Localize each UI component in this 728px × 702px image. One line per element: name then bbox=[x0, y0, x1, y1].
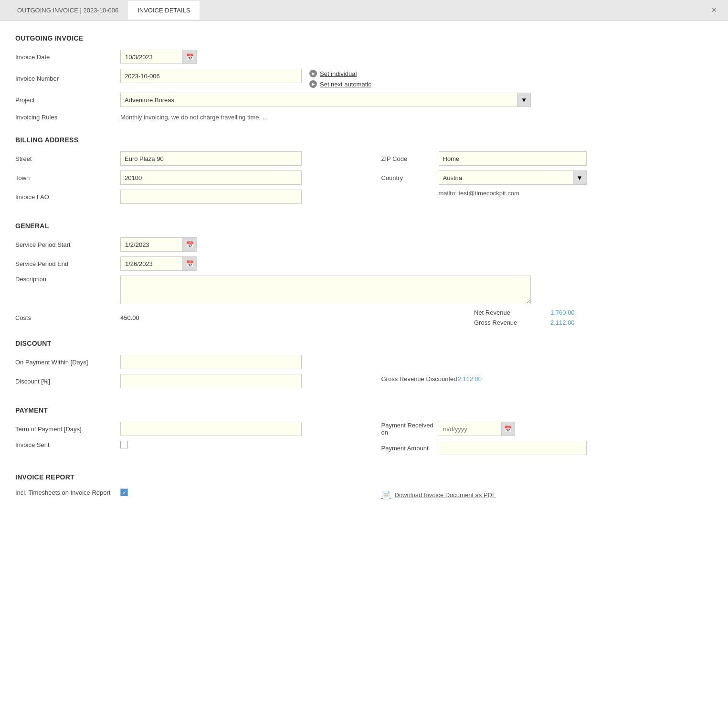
invoice-report-right: 📄 Download Invoice Document as PDF bbox=[381, 489, 713, 501]
term-input[interactable] bbox=[120, 422, 302, 436]
discount-pct-row: Discount [%] bbox=[15, 374, 347, 388]
service-end-input-wrapper[interactable]: 📅 bbox=[120, 256, 197, 271]
invoice-fao-label: Invoice FAO bbox=[15, 193, 120, 201]
service-start-input-wrapper[interactable]: 📅 bbox=[120, 237, 197, 252]
gross-revenue-label: Gross Revenue bbox=[474, 319, 550, 326]
payment-within-row: On Payment Within [Days] bbox=[15, 355, 347, 369]
tab-details[interactable]: INVOICE DETAILS bbox=[128, 1, 200, 20]
discount-fields: On Payment Within [Days] Discount [%] Gr… bbox=[15, 355, 713, 393]
town-row: Town bbox=[15, 170, 347, 185]
service-end-calendar-btn[interactable]: 📅 bbox=[183, 257, 196, 270]
invoice-number-input[interactable] bbox=[120, 69, 302, 83]
project-label: Project bbox=[15, 96, 120, 104]
invoice-fao-input[interactable] bbox=[120, 190, 302, 204]
set-individual-icon[interactable]: ▶ bbox=[309, 70, 317, 77]
invoice-sent-label: Invoice Sent bbox=[15, 441, 120, 448]
billing-left-col: Street Town Invoice FAO bbox=[15, 151, 347, 209]
invoice-date-input[interactable] bbox=[121, 50, 183, 64]
payment-title: PAYMENT bbox=[15, 406, 713, 414]
set-individual-link[interactable]: Set individual bbox=[320, 70, 357, 77]
invoice-sent-checkbox[interactable] bbox=[120, 441, 128, 448]
title-bar: OUTGOING INVOICE | 2023-10-006 INVOICE D… bbox=[0, 0, 728, 21]
invoice-report-left: Incl. Timesheets on Invoice Report bbox=[15, 489, 347, 501]
payment-left-col: Term of Payment [Days] Invoice Sent bbox=[15, 422, 347, 460]
description-row: Description bbox=[15, 276, 713, 304]
costs-label: Costs bbox=[15, 314, 120, 321]
timesheets-row: Incl. Timesheets on Invoice Report bbox=[15, 489, 347, 496]
description-label: Description bbox=[15, 276, 120, 283]
payment-fields: Term of Payment [Days] Invoice Sent Paym… bbox=[15, 422, 713, 460]
set-individual-item: ▶ Set individual bbox=[309, 70, 371, 77]
country-dropdown-arrow[interactable]: ▼ bbox=[573, 171, 586, 184]
costs-row: Costs 450.00 Net Revenue 1,760.00 Gross … bbox=[15, 309, 713, 326]
zip-input[interactable] bbox=[439, 151, 587, 166]
discount-left-col: On Payment Within [Days] Discount [%] bbox=[15, 355, 347, 393]
payment-amount-input[interactable] bbox=[439, 441, 587, 455]
tab-invoice[interactable]: OUTGOING INVOICE | 2023-10-006 bbox=[8, 1, 128, 20]
close-button[interactable]: × bbox=[707, 3, 720, 17]
billing-address-fields: Street Town Invoice FAO ZIP Code bbox=[15, 151, 713, 209]
mailto-row: mailto: test@timecockpit.com bbox=[381, 190, 713, 197]
term-row: Term of Payment [Days] bbox=[15, 422, 347, 436]
payment-within-input[interactable] bbox=[120, 355, 302, 369]
gross-revenue-value: 2,112.00 bbox=[550, 319, 575, 326]
invoice-number-section: ▶ Set individual ▶ Set next automatic bbox=[120, 69, 371, 88]
costs-value: 450.00 bbox=[120, 314, 139, 321]
project-dropdown[interactable]: Adventure.Boreas ▼ bbox=[120, 93, 531, 107]
service-start-calendar-btn[interactable]: 📅 bbox=[183, 238, 196, 251]
service-end-label: Service Period End bbox=[15, 260, 120, 267]
outgoing-invoice-title: OUTGOING INVOICE bbox=[15, 34, 713, 42]
set-next-auto-link[interactable]: Set next automatic bbox=[320, 81, 371, 88]
project-value: Adventure.Boreas bbox=[121, 94, 517, 106]
zip-row: ZIP Code bbox=[381, 151, 713, 166]
payment-received-row: Payment Received on 📅 bbox=[381, 422, 713, 436]
invoice-date-input-wrapper[interactable]: 📅 bbox=[120, 50, 197, 64]
country-value: Austria bbox=[439, 172, 573, 184]
invoicing-rules-row: Invoicing Rules Monthly invoicing, we do… bbox=[15, 112, 713, 123]
service-start-input[interactable] bbox=[121, 237, 183, 252]
service-end-input[interactable] bbox=[121, 256, 183, 271]
billing-right-col: ZIP Code Country Austria ▼ mailto: test@… bbox=[381, 151, 713, 209]
payment-received-input-wrapper[interactable]: 📅 bbox=[439, 422, 515, 436]
invoice-date-label: Invoice Date bbox=[15, 53, 120, 61]
description-textarea[interactable] bbox=[120, 276, 531, 304]
country-row: Country Austria ▼ bbox=[381, 170, 713, 185]
zip-label: ZIP Code bbox=[381, 155, 439, 162]
gross-revenue-row: Gross Revenue 2,112.00 bbox=[474, 319, 713, 326]
download-pdf-link[interactable]: 📄 Download Invoice Document as PDF bbox=[381, 490, 496, 500]
invoice-number-row: Invoice Number ▶ Set individual ▶ Set ne… bbox=[15, 69, 713, 88]
invoicing-rules-value: Monthly invoicing, we do not charge trav… bbox=[120, 112, 268, 123]
discount-pct-input[interactable] bbox=[120, 374, 302, 388]
town-label: Town bbox=[15, 174, 120, 181]
timesheets-checkbox[interactable] bbox=[120, 489, 128, 496]
mailto-link[interactable]: mailto: test@timecockpit.com bbox=[439, 190, 519, 197]
payment-amount-label: Payment Amount bbox=[381, 445, 439, 452]
invoice-report-title: INVOICE REPORT bbox=[15, 473, 713, 481]
gross-discounted-value: 2,112.00 bbox=[458, 375, 482, 383]
revenue-section: Net Revenue 1,760.00 Gross Revenue 2,112… bbox=[474, 309, 713, 326]
billing-address-title: BILLING ADDRESS bbox=[15, 136, 713, 144]
street-label: Street bbox=[15, 155, 120, 162]
term-label: Term of Payment [Days] bbox=[15, 425, 120, 433]
payment-received-label: Payment Received on bbox=[381, 422, 439, 436]
content-area: OUTGOING INVOICE Invoice Date 📅 Invoice … bbox=[0, 21, 728, 514]
invoicing-rules-label: Invoicing Rules bbox=[15, 114, 120, 121]
service-start-row: Service Period Start 📅 bbox=[15, 237, 713, 252]
payment-amount-row: Payment Amount bbox=[381, 441, 713, 455]
country-dropdown[interactable]: Austria ▼ bbox=[439, 170, 587, 185]
street-input[interactable] bbox=[120, 151, 302, 166]
payment-received-input[interactable] bbox=[439, 422, 501, 436]
title-tabs: OUTGOING INVOICE | 2023-10-006 INVOICE D… bbox=[8, 1, 200, 20]
invoice-report-fields: Incl. Timesheets on Invoice Report 📄 Dow… bbox=[15, 489, 713, 501]
timesheets-label: Incl. Timesheets on Invoice Report bbox=[15, 489, 120, 496]
general-title: GENERAL bbox=[15, 222, 713, 230]
payment-received-calendar-btn[interactable]: 📅 bbox=[501, 422, 515, 436]
set-next-auto-icon[interactable]: ▶ bbox=[309, 80, 317, 88]
invoice-date-calendar-btn[interactable]: 📅 bbox=[183, 50, 196, 64]
discount-pct-label: Discount [%] bbox=[15, 378, 120, 385]
download-label[interactable]: Download Invoice Document as PDF bbox=[395, 491, 496, 499]
project-dropdown-arrow[interactable]: ▼ bbox=[517, 93, 530, 106]
town-input[interactable] bbox=[120, 170, 302, 185]
net-revenue-value: 1,760.00 bbox=[550, 309, 575, 316]
service-start-label: Service Period Start bbox=[15, 241, 120, 248]
